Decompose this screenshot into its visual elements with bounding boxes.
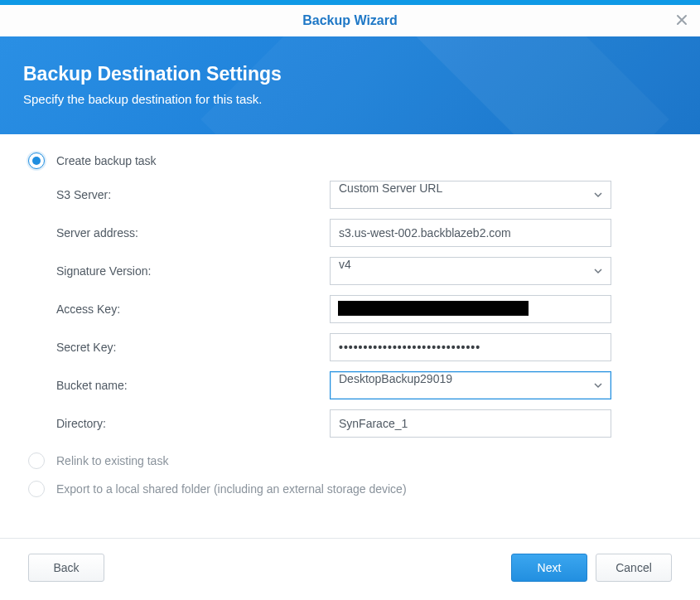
select-bucket-name[interactable]: DesktopBackup29019 bbox=[330, 371, 611, 399]
option-create-backup[interactable]: Create backup task bbox=[28, 152, 672, 169]
back-button[interactable]: Back bbox=[28, 554, 104, 582]
input-server-address[interactable] bbox=[330, 219, 611, 247]
close-icon[interactable] bbox=[675, 12, 688, 31]
label-secret-key: Secret Key: bbox=[56, 341, 330, 354]
row-bucket-name: Bucket name: DesktopBackup29019 bbox=[56, 371, 672, 399]
row-access-key: Access Key: bbox=[56, 295, 672, 323]
cancel-button[interactable]: Cancel bbox=[596, 554, 672, 582]
label-s3-server: S3 Server: bbox=[56, 188, 330, 201]
option-relink-label: Relink to existing task bbox=[56, 454, 168, 467]
option-export-label: Export to a local shared folder (includi… bbox=[56, 482, 407, 496]
input-directory[interactable] bbox=[330, 409, 611, 438]
label-access-key: Access Key: bbox=[56, 302, 330, 316]
row-signature-version: Signature Version: v4 bbox=[56, 257, 672, 285]
radio-create[interactable] bbox=[28, 152, 45, 169]
select-bucket-name-value[interactable]: DesktopBackup29019 bbox=[330, 371, 611, 399]
option-export-local[interactable]: Export to a local shared folder (includi… bbox=[28, 481, 672, 497]
input-secret-key[interactable]: ••••••••••••••••••••••••••••• bbox=[330, 333, 611, 361]
content-area: Create backup task S3 Server: Custom Ser… bbox=[0, 134, 700, 497]
select-s3-server-value[interactable]: Custom Server URL bbox=[330, 181, 611, 209]
backup-wizard-window: Backup Wizard Backup Destination Setting… bbox=[0, 0, 700, 600]
radio-relink[interactable] bbox=[28, 452, 45, 469]
titlebar-title: Backup Wizard bbox=[302, 13, 398, 28]
row-directory: Directory: bbox=[56, 409, 672, 438]
label-signature-version: Signature Version: bbox=[56, 264, 330, 278]
label-bucket-name: Bucket name: bbox=[56, 379, 330, 392]
create-backup-form: S3 Server: Custom Server URL Server addr… bbox=[56, 181, 672, 438]
select-signature-version[interactable]: v4 bbox=[330, 257, 611, 285]
select-signature-version-value[interactable]: v4 bbox=[330, 257, 611, 285]
redacted-access-key bbox=[338, 301, 529, 316]
label-server-address: Server address: bbox=[56, 226, 330, 240]
page-title: Backup Destination Settings bbox=[23, 63, 677, 85]
row-secret-key: Secret Key: ••••••••••••••••••••••••••••… bbox=[56, 333, 672, 361]
label-directory: Directory: bbox=[56, 417, 330, 430]
page-subtitle: Specify the backup destination for this … bbox=[23, 92, 677, 106]
option-relink-task[interactable]: Relink to existing task bbox=[28, 452, 672, 469]
footer: Back Next Cancel bbox=[0, 538, 700, 582]
option-create-label: Create backup task bbox=[56, 154, 157, 167]
banner: Backup Destination Settings Specify the … bbox=[0, 36, 700, 134]
row-server-address: Server address: bbox=[56, 219, 672, 247]
select-s3-server[interactable]: Custom Server URL bbox=[330, 181, 611, 209]
radio-export[interactable] bbox=[28, 481, 45, 497]
next-button[interactable]: Next bbox=[511, 554, 587, 582]
titlebar: Backup Wizard bbox=[0, 5, 700, 36]
row-s3-server: S3 Server: Custom Server URL bbox=[56, 181, 672, 209]
